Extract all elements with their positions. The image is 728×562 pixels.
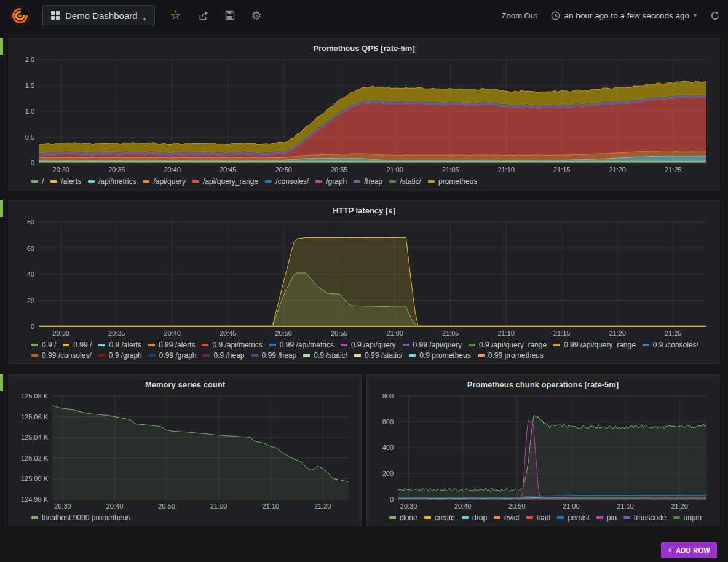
legend-item[interactable]: /alerts xyxy=(50,177,81,186)
legend-item[interactable]: 0.99 /static/ xyxy=(354,351,402,360)
legend-item[interactable]: 0.99 /api/query_range xyxy=(553,341,636,349)
legend-label: 0.99 /alerts xyxy=(159,341,195,349)
legend-item[interactable]: clone xyxy=(389,513,417,522)
y-tick-label: 2.0 xyxy=(25,56,34,63)
legend-label: transcode xyxy=(634,513,667,522)
x-tick-label: 21:00 xyxy=(386,166,403,173)
star-button[interactable]: ☆ xyxy=(170,9,181,22)
navbar-right: Zoom Out an hour ago to a few seconds ag… xyxy=(502,10,721,21)
legend-item[interactable]: 0.9 /api/query xyxy=(341,341,396,349)
legend-item[interactable]: persist xyxy=(557,513,589,522)
prometheus-qps-chart[interactable]: 20:3020:3520:4020:4520:5020:5521:0021:05… xyxy=(14,55,714,175)
legend-item[interactable]: 0.99 /heap xyxy=(251,351,297,360)
legend-item[interactable]: 0.99 /graph xyxy=(149,351,197,360)
legend-label: pin xyxy=(607,513,617,522)
panel-title[interactable]: Memory series count xyxy=(14,378,356,391)
share-button[interactable] xyxy=(198,10,208,21)
http-latency-chart[interactable]: 20:3020:3520:4020:4520:5020:5521:0021:05… xyxy=(14,217,714,339)
legend-item[interactable]: 0.99 / xyxy=(63,341,92,349)
legend-item[interactable]: /static/ xyxy=(389,177,421,186)
legend-label: 0.9 /graph xyxy=(109,351,142,360)
legend-swatch xyxy=(31,354,38,357)
y-tick-label: 20 xyxy=(27,297,34,304)
grafana-logo[interactable] xyxy=(10,6,30,26)
legend-swatch xyxy=(462,516,469,519)
legend-swatch xyxy=(98,354,105,357)
legend-item[interactable]: 0.9 /api/query_range xyxy=(469,341,547,349)
save-button[interactable] xyxy=(225,10,235,20)
memory-series-chart[interactable]: 20:3020:4020:5021:0021:1021:20124.98 K12… xyxy=(14,391,356,512)
series-area-localhost:9090 prometheus xyxy=(52,405,349,499)
dashboard-footer: + ADD ROW xyxy=(0,537,728,562)
x-tick-label: 21:00 xyxy=(210,502,228,510)
panel-title[interactable]: HTTP latency [s] xyxy=(14,204,714,217)
legend-swatch xyxy=(389,180,396,183)
legend-item[interactable]: / xyxy=(31,177,44,186)
zoom-out-button[interactable]: Zoom Out xyxy=(502,11,537,20)
time-range-picker[interactable]: an hour ago to a few seconds ago ▾ xyxy=(551,11,697,20)
legend-label: 0.99 /static/ xyxy=(365,351,402,360)
add-row-label: ADD ROW xyxy=(676,547,710,554)
add-row-button[interactable]: + ADD ROW xyxy=(661,542,717,558)
legend-item[interactable]: /consoles/ xyxy=(265,177,309,186)
legend-item[interactable]: 0.9 /graph xyxy=(98,351,142,360)
dashboard-picker[interactable]: Demo Dashboard ▾ xyxy=(42,5,155,26)
legend-item[interactable]: evict xyxy=(494,513,520,522)
panel-memory-series-count: Memory series count 20:3020:4020:5021:00… xyxy=(9,374,362,526)
legend-item[interactable]: 0.99 prometheus xyxy=(478,351,544,360)
series-area-0.99 / xyxy=(39,238,706,327)
legend-item[interactable]: /graph xyxy=(315,177,347,186)
legend-swatch xyxy=(424,516,431,519)
chunk-operations-chart[interactable]: 20:3020:4020:5021:0021:1021:200200400600… xyxy=(372,391,714,512)
row-handle[interactable] xyxy=(0,38,3,55)
legend-swatch xyxy=(63,344,69,346)
row-handle[interactable] xyxy=(0,200,3,217)
legend-item[interactable]: drop xyxy=(462,513,487,522)
legend-item[interactable]: create xyxy=(424,513,455,522)
legend-swatch xyxy=(553,344,560,346)
legend-item[interactable]: 0.99 /api/query xyxy=(403,341,462,349)
y-tick-label: 60 xyxy=(27,245,34,252)
legend-item[interactable]: unpin xyxy=(673,513,702,522)
legend-item[interactable]: /api/query_range xyxy=(192,177,258,186)
row-handle[interactable] xyxy=(0,374,3,391)
legend-swatch xyxy=(265,180,272,183)
legend-label: 0.99 /graph xyxy=(159,351,197,360)
legend-label: 0.9 /api/query xyxy=(351,341,396,349)
legend-label: 0.9 /api/query_range xyxy=(479,341,547,349)
x-tick-label: 21:20 xyxy=(609,166,626,173)
panel-title[interactable]: Prometheus chunk operations [rate-5m] xyxy=(372,378,714,391)
y-tick-label: 1.0 xyxy=(25,108,34,115)
legend-item[interactable]: /api/query xyxy=(143,177,186,186)
legend-item[interactable]: prometheus xyxy=(428,177,477,186)
legend-item[interactable]: /heap xyxy=(354,177,382,186)
settings-button[interactable]: ⚙ xyxy=(251,10,262,22)
legend-item[interactable]: 0.99 /consoles/ xyxy=(31,351,92,360)
legend-item[interactable]: 0.9 prometheus xyxy=(409,351,470,360)
legend-swatch xyxy=(202,344,208,346)
panel-title[interactable]: Prometheus QPS [rate-5m] xyxy=(14,41,714,55)
legend-item[interactable]: 0.99 /api/metrics xyxy=(269,341,334,349)
legend-item[interactable]: 0.9 / xyxy=(31,341,56,349)
legend-item[interactable]: localhost:9090 prometheus xyxy=(31,513,130,522)
y-tick-label: 200 xyxy=(382,470,394,477)
legend-item[interactable]: 0.9 /static/ xyxy=(303,351,347,360)
legend-item[interactable]: /api/metrics xyxy=(88,177,136,186)
legend-item[interactable]: load xyxy=(526,513,551,522)
legend-item[interactable]: 0.9 /heap xyxy=(203,351,244,360)
legend-item[interactable]: 0.9 /api/metrics xyxy=(202,341,262,349)
panel-http-latency: HTTP latency [s] 20:3020:3520:4020:4520:… xyxy=(9,200,719,364)
legend-item[interactable]: pin xyxy=(596,513,617,522)
legend-item[interactable]: 0.9 /alerts xyxy=(98,341,141,349)
legend-label: /api/metrics xyxy=(98,177,136,186)
x-tick-label: 21:25 xyxy=(665,166,682,173)
legend-label: 0.9 /api/metrics xyxy=(212,341,262,349)
legend-swatch xyxy=(31,180,38,183)
legend-item[interactable]: 0.9 /consoles/ xyxy=(643,341,698,349)
legend-item[interactable]: transcode xyxy=(623,513,667,522)
x-tick-label: 21:00 xyxy=(386,330,403,337)
legend-swatch xyxy=(143,180,149,183)
legend-label: evict xyxy=(504,513,520,522)
legend-item[interactable]: 0.99 /alerts xyxy=(148,341,195,349)
refresh-button[interactable] xyxy=(710,10,721,21)
